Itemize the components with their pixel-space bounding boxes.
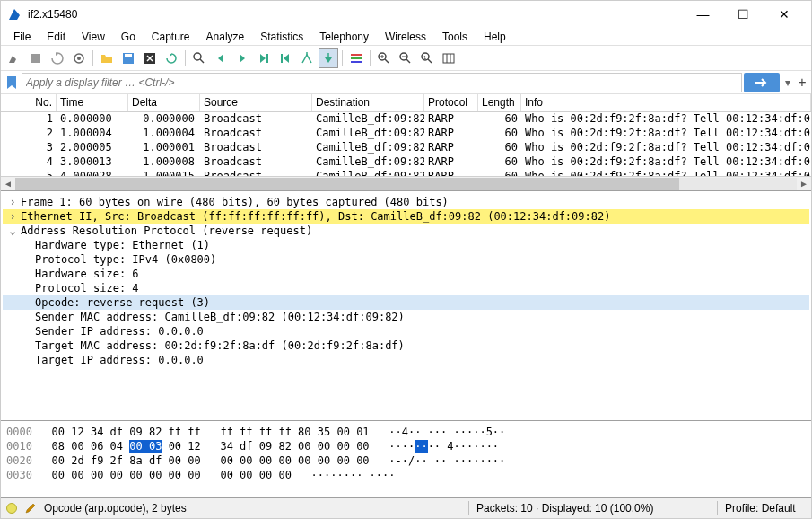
maximize-button[interactable]: ☐: [723, 1, 764, 28]
open-file-icon[interactable]: [97, 48, 117, 68]
packet-list: No. Time Delta Source Destination Protoc…: [1, 94, 811, 191]
autoscroll-icon[interactable]: [319, 48, 338, 68]
status-field: Opcode (arp.opcode), 2 bytes: [44, 502, 461, 515]
colorize-icon[interactable]: [346, 48, 366, 68]
hex-pane[interactable]: 0000 00 12 34 df 09 82 ff ff ff ff ff ff…: [1, 421, 811, 498]
save-file-icon[interactable]: [118, 48, 138, 68]
packet-row[interactable]: 43.0000131.000008BroadcastCamilleB_df:09…: [1, 155, 811, 170]
svg-rect-8: [266, 54, 268, 63]
window-title: if2.x15480: [28, 8, 683, 21]
svg-rect-13: [351, 57, 362, 59]
packet-row[interactable]: 54.0000281.000015BroadcastCamilleB_df:09…: [1, 170, 811, 176]
next-packet-icon[interactable]: [232, 48, 252, 68]
capture-options-icon[interactable]: [69, 48, 89, 68]
prev-packet-icon[interactable]: [211, 48, 231, 68]
detail-field[interactable]: Sender IP address: 0.0.0.0: [3, 324, 809, 339]
detail-arp[interactable]: ⌄Address Resolution Protocol (reverse re…: [3, 224, 809, 238]
menu-go[interactable]: Go: [114, 29, 143, 45]
filter-dropdown-icon[interactable]: ▾: [781, 73, 794, 92]
detail-field[interactable]: Protocol size: 4: [3, 281, 809, 295]
menu-help[interactable]: Help: [476, 29, 513, 45]
expand-icon[interactable]: ›: [6, 195, 19, 209]
close-file-icon[interactable]: [140, 48, 160, 68]
packet-row[interactable]: 32.0000051.000001BroadcastCamilleB_df:09…: [1, 141, 811, 155]
display-filter-input[interactable]: [22, 73, 742, 92]
svg-rect-4: [125, 54, 132, 57]
detail-field[interactable]: Opcode: reverse request (3): [3, 295, 809, 310]
add-filter-button[interactable]: +: [796, 73, 808, 92]
minimize-button[interactable]: —: [683, 1, 723, 28]
titlebar: if2.x15480 — ☐ ✕: [1, 1, 811, 28]
menu-tools[interactable]: Tools: [435, 29, 475, 45]
menu-statistics[interactable]: Statistics: [253, 29, 310, 45]
zoom-in-icon[interactable]: [374, 48, 394, 68]
menu-edit[interactable]: Edit: [39, 29, 73, 45]
expand-icon[interactable]: ›: [6, 209, 19, 224]
menu-telephony[interactable]: Telephony: [312, 29, 376, 45]
zoom-reset-icon[interactable]: 1: [417, 48, 437, 68]
status-profile[interactable]: Profile: Default: [725, 502, 806, 515]
svg-line-16: [385, 59, 389, 63]
app-icon: [8, 7, 22, 22]
stop-capture-icon[interactable]: [26, 48, 46, 68]
svg-line-7: [200, 59, 204, 63]
find-icon[interactable]: [189, 48, 209, 68]
close-button[interactable]: ✕: [764, 1, 804, 28]
detail-field[interactable]: Protocol type: IPv4 (0x0800): [3, 252, 809, 267]
toolbar: 1: [1, 46, 811, 71]
bookmark-icon[interactable]: [4, 75, 20, 91]
col-header-destination[interactable]: Destination: [312, 94, 424, 111]
detail-ethernet[interactable]: ›Ethernet II, Src: Broadcast (ff:ff:ff:f…: [3, 209, 809, 224]
svg-line-20: [406, 59, 410, 63]
detail-field[interactable]: Hardware size: 6: [3, 267, 809, 281]
svg-rect-25: [443, 54, 454, 63]
col-header-info[interactable]: Info: [521, 94, 811, 111]
status-packets: Packets: 10 · Displayed: 10 (100.0%): [476, 502, 710, 515]
menubar: File Edit View Go Capture Analyze Statis…: [1, 28, 811, 46]
start-capture-icon[interactable]: [4, 48, 24, 68]
apply-filter-button[interactable]: [744, 73, 780, 92]
goto-packet-icon[interactable]: [254, 48, 274, 68]
svg-rect-12: [351, 54, 362, 56]
statusbar: Opcode (arp.opcode), 2 bytes Packets: 10…: [1, 498, 811, 518]
packet-row[interactable]: 21.0000041.000004BroadcastCamilleB_df:09…: [1, 127, 811, 141]
reload-icon[interactable]: [162, 48, 181, 68]
svg-point-6: [194, 53, 201, 60]
packet-list-header: No. Time Delta Source Destination Protoc…: [1, 94, 811, 112]
edit-icon[interactable]: [24, 502, 37, 515]
col-header-no[interactable]: No.: [1, 94, 57, 111]
zoom-out-icon[interactable]: [396, 48, 415, 68]
col-header-protocol[interactable]: Protocol: [424, 94, 478, 111]
menu-file[interactable]: File: [6, 29, 38, 45]
horizontal-scrollbar[interactable]: ◄►: [1, 176, 811, 190]
first-packet-icon[interactable]: [275, 48, 295, 68]
menu-view[interactable]: View: [74, 29, 112, 45]
svg-rect-0: [31, 54, 40, 63]
packet-details[interactable]: ›Frame 1: 60 bytes on wire (480 bits), 6…: [1, 191, 811, 421]
svg-rect-9: [281, 54, 283, 63]
expert-info-icon[interactable]: [6, 503, 17, 514]
packet-row[interactable]: 10.0000000.000000BroadcastCamilleB_df:09…: [1, 112, 811, 127]
menu-analyze[interactable]: Analyze: [199, 29, 252, 45]
detail-field[interactable]: Hardware type: Ethernet (1): [3, 238, 809, 252]
svg-line-23: [428, 59, 432, 63]
detail-field[interactable]: Sender MAC address: CamilleB_df:09:82 (0…: [3, 310, 809, 324]
last-packet-icon[interactable]: [297, 48, 317, 68]
svg-rect-14: [351, 61, 362, 63]
col-header-length[interactable]: Length: [478, 94, 521, 111]
svg-point-2: [77, 57, 81, 60]
col-header-source[interactable]: Source: [200, 94, 312, 111]
filter-bar: ▾ +: [1, 71, 811, 94]
restart-capture-icon[interactable]: [48, 48, 67, 68]
col-header-delta[interactable]: Delta: [128, 94, 200, 111]
detail-frame[interactable]: ›Frame 1: 60 bytes on wire (480 bits), 6…: [3, 195, 809, 209]
menu-wireless[interactable]: Wireless: [378, 29, 433, 45]
collapse-icon[interactable]: ⌄: [6, 224, 19, 238]
resize-columns-icon[interactable]: [439, 48, 458, 68]
menu-capture[interactable]: Capture: [144, 29, 197, 45]
col-header-time[interactable]: Time: [57, 94, 128, 111]
detail-field[interactable]: Target MAC address: 00:2d:f9:2f:8a:df (0…: [3, 339, 809, 353]
detail-field[interactable]: Target IP address: 0.0.0.0: [3, 353, 809, 367]
